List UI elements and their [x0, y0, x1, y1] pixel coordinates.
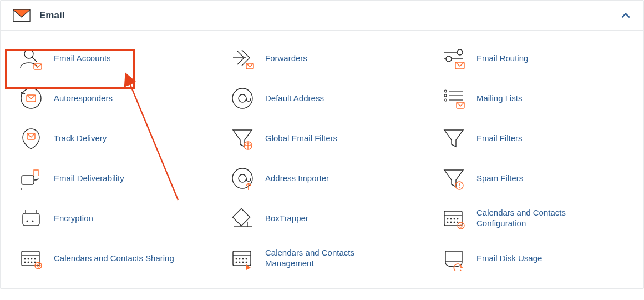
email-disk-usage-link[interactable]: Email Disk Usage: [428, 238, 639, 278]
encryption-icon: [18, 206, 44, 231]
svg-point-64: [28, 262, 29, 263]
svg-point-77: [242, 258, 244, 259]
svg-rect-73: [233, 251, 251, 266]
svg-line-2: [32, 57, 37, 62]
email-deliverability-icon: [18, 166, 44, 191]
email-routing-link[interactable]: Email Routing: [428, 38, 639, 78]
svg-point-75: [236, 258, 237, 259]
svg-point-53: [454, 222, 455, 223]
svg-point-63: [24, 262, 26, 263]
svg-point-31: [239, 174, 246, 182]
svg-point-65: [31, 262, 32, 263]
global-email-filters-icon: [230, 126, 255, 151]
email-accounts-link[interactable]: Email Accounts: [5, 38, 216, 78]
autoresponders-link[interactable]: Autoresponders: [5, 78, 216, 118]
svg-point-49: [454, 218, 455, 219]
email-deliverability-link[interactable]: Email Deliverability: [5, 158, 216, 198]
svg-point-14: [239, 94, 246, 102]
svg-point-79: [236, 262, 237, 263]
svg-marker-27: [444, 130, 463, 147]
svg-point-41: [32, 221, 34, 222]
item-label: Forwarders: [265, 53, 307, 64]
item-label: Global Email Filters: [265, 133, 337, 144]
panel-header[interactable]: Email: [1, 1, 643, 31]
item-label: Address Importer: [265, 173, 329, 184]
item-label: Default Address: [265, 93, 324, 104]
svg-marker-33: [444, 170, 463, 187]
email-filters-icon: [441, 126, 466, 151]
svg-point-8: [457, 49, 463, 55]
email-panel: Email Email Accounts: [0, 0, 644, 289]
calendars-contacts-config-icon: @: [441, 206, 466, 231]
item-label: Calendars and Contacts Sharing: [54, 253, 174, 264]
item-label: Mailing Lists: [476, 93, 523, 104]
email-routing-icon: [441, 46, 466, 71]
svg-point-9: [446, 56, 452, 62]
mailing-lists-link[interactable]: Mailing Lists: [428, 78, 639, 118]
svg-text:@: @: [459, 223, 463, 228]
address-importer-link[interactable]: Address Importer: [216, 158, 428, 198]
svg-point-61: [31, 258, 32, 259]
email-disk-usage-icon: [441, 246, 466, 271]
panel-title: Email: [39, 10, 64, 21]
item-label: Email Accounts: [54, 53, 111, 64]
calendars-contacts-management-link[interactable]: Calendars and Contacts Management: [216, 238, 428, 278]
svg-point-82: [246, 262, 247, 263]
encryption-link[interactable]: Encryption: [5, 198, 216, 238]
item-label: Calendars and Contacts Management: [265, 248, 387, 269]
svg-point-66: [34, 262, 36, 263]
default-address-icon: [230, 86, 255, 111]
svg-point-81: [242, 262, 244, 263]
autoresponders-icon: [18, 86, 44, 111]
email-tool-grid: Email Accounts Forwarders: [1, 31, 643, 288]
boxtrapper-link[interactable]: BoxTrapper: [216, 198, 428, 238]
svg-rect-28: [22, 176, 34, 184]
item-label: Email Filters: [476, 133, 523, 144]
track-delivery-link[interactable]: Track Delivery: [5, 118, 216, 158]
calendars-contacts-sharing-icon: [18, 246, 44, 271]
item-label: Email Routing: [476, 53, 528, 64]
mail-icon: [13, 9, 31, 22]
spam-filters-icon: [441, 166, 466, 191]
forwarders-icon: [230, 46, 255, 71]
svg-point-19: [444, 99, 447, 101]
collapse-chevron-icon[interactable]: [621, 13, 630, 18]
svg-rect-57: [22, 251, 39, 266]
email-filters-link[interactable]: Email Filters: [428, 118, 639, 158]
svg-point-13: [232, 88, 252, 108]
spam-filters-link[interactable]: Spam Filters: [428, 158, 639, 198]
mailing-lists-icon: [441, 86, 466, 111]
svg-point-62: [34, 258, 36, 259]
calendars-contacts-management-icon: [230, 246, 255, 271]
global-email-filters-link[interactable]: Global Email Filters: [216, 118, 428, 158]
calendars-contacts-sharing-link[interactable]: Calendars and Contacts Sharing: [5, 238, 216, 278]
svg-point-17: [444, 94, 447, 97]
svg-point-54: [457, 222, 458, 223]
default-address-link[interactable]: Default Address: [216, 78, 428, 118]
svg-point-30: [232, 168, 252, 188]
svg-point-40: [27, 221, 28, 222]
item-label: Autoresponders: [54, 93, 113, 104]
forwarders-link[interactable]: Forwarders: [216, 38, 428, 78]
svg-point-60: [28, 258, 29, 259]
svg-point-51: [447, 222, 448, 223]
svg-point-50: [457, 218, 458, 219]
item-label: Track Delivery: [54, 133, 107, 144]
boxtrapper-icon: [230, 206, 255, 231]
svg-point-76: [239, 258, 240, 259]
item-label: Email Deliverability: [54, 173, 124, 184]
svg-point-1: [24, 49, 33, 58]
item-label: Encryption: [54, 213, 93, 224]
track-delivery-icon: [18, 126, 44, 151]
item-label: BoxTrapper: [265, 213, 308, 224]
address-importer-icon: [230, 166, 255, 191]
item-label: Calendars and Contacts Configuration: [476, 208, 599, 229]
svg-point-80: [239, 262, 240, 263]
svg-point-59: [24, 258, 26, 259]
calendars-contacts-config-link[interactable]: @ Calendars and Contacts Configuration: [428, 198, 639, 238]
svg-point-11: [21, 88, 41, 108]
item-label: Email Disk Usage: [476, 253, 542, 264]
svg-point-78: [246, 258, 247, 259]
svg-point-48: [450, 218, 452, 219]
svg-point-36: [459, 187, 460, 188]
